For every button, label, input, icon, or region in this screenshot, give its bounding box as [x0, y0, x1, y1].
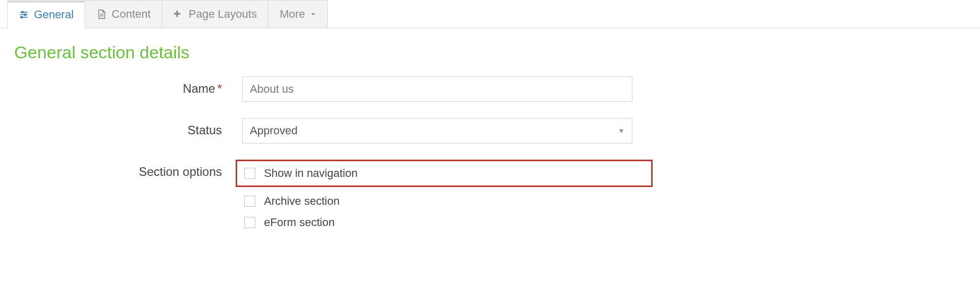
- section-heading: General section details: [14, 43, 980, 62]
- status-label: Status: [14, 118, 242, 137]
- row-status: Status Approved ▼: [14, 118, 653, 143]
- tab-page-layouts[interactable]: Page Layouts: [162, 0, 269, 28]
- row-name: Name*: [14, 77, 653, 102]
- check-eform-section[interactable]: eForm section: [242, 215, 653, 230]
- name-label-text: Name: [183, 82, 215, 95]
- tab-content-label: Content: [111, 8, 150, 21]
- caret-down-icon: [310, 11, 316, 17]
- required-asterisk: *: [217, 82, 222, 95]
- tab-page-layouts-label: Page Layouts: [189, 8, 257, 21]
- check-show-in-navigation[interactable]: Show in navigation: [242, 166, 358, 180]
- archive-section-checkbox[interactable]: [244, 196, 255, 207]
- svg-point-1: [22, 11, 23, 13]
- section-options-label: Section options: [14, 160, 242, 179]
- highlight-box: Show in navigation: [236, 160, 653, 187]
- status-select[interactable]: Approved ▼: [242, 118, 632, 143]
- chevron-down-icon: ▼: [618, 127, 625, 135]
- general-form: Name* Status Approved ▼ Section options: [14, 77, 653, 230]
- document-icon: [96, 9, 106, 19]
- eform-section-label: eForm section: [264, 216, 334, 229]
- tab-general[interactable]: General: [7, 1, 85, 28]
- tab-bar: General Content Page Layouts More: [0, 0, 980, 28]
- sliders-icon: [19, 10, 29, 20]
- svg-point-3: [24, 14, 26, 15]
- tab-content[interactable]: Content: [85, 0, 162, 28]
- row-section-options: Section options Show in navigation Archi…: [14, 160, 653, 230]
- tab-general-label: General: [34, 8, 73, 21]
- tab-more[interactable]: More: [268, 0, 328, 28]
- check-archive-section[interactable]: Archive section: [242, 194, 653, 208]
- svg-point-5: [21, 16, 22, 18]
- tab-more-label: More: [280, 8, 305, 21]
- name-label: Name*: [14, 77, 242, 96]
- archive-section-label: Archive section: [264, 195, 340, 208]
- puzzle-icon: [173, 9, 183, 19]
- eform-section-checkbox[interactable]: [244, 217, 255, 228]
- status-value: Approved: [250, 124, 297, 137]
- name-input[interactable]: [242, 77, 632, 102]
- show-in-navigation-label: Show in navigation: [264, 167, 358, 180]
- show-in-navigation-checkbox[interactable]: [244, 168, 255, 179]
